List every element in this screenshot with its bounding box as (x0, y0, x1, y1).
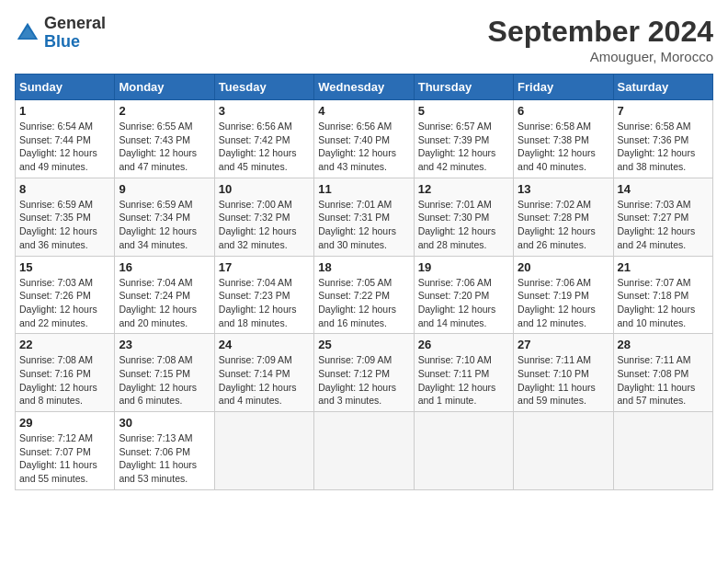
day-number: 10 (219, 182, 310, 196)
day-info: Sunrise: 6:55 AM Sunset: 7:43 PM Dayligh… (119, 120, 210, 174)
calendar-cell: 26Sunrise: 7:10 AM Sunset: 7:11 PM Dayli… (414, 334, 513, 412)
day-info: Sunrise: 7:03 AM Sunset: 7:26 PM Dayligh… (19, 276, 110, 330)
day-number: 23 (119, 338, 210, 351)
calendar-cell: 20Sunrise: 7:06 AM Sunset: 7:19 PM Dayli… (514, 256, 613, 334)
calendar-cell: 10Sunrise: 7:00 AM Sunset: 7:32 PM Dayli… (214, 178, 313, 256)
logo-icon (15, 20, 40, 46)
calendar-cell (514, 412, 613, 490)
logo-general: General (44, 14, 106, 32)
calendar-cell: 23Sunrise: 7:08 AM Sunset: 7:15 PM Dayli… (115, 334, 214, 412)
day-info: Sunrise: 7:08 AM Sunset: 7:16 PM Dayligh… (19, 353, 110, 408)
day-info: Sunrise: 6:56 AM Sunset: 7:42 PM Dayligh… (219, 120, 310, 174)
day-info: Sunrise: 7:04 AM Sunset: 7:23 PM Dayligh… (219, 276, 310, 330)
day-number: 6 (518, 104, 609, 118)
day-number: 7 (618, 104, 709, 118)
col-sunday: Sunday (16, 75, 115, 100)
calendar-cell: 12Sunrise: 7:01 AM Sunset: 7:30 PM Dayli… (414, 178, 513, 256)
calendar-week-row: 29Sunrise: 7:12 AM Sunset: 7:07 PM Dayli… (16, 412, 713, 490)
calendar-cell: 28Sunrise: 7:11 AM Sunset: 7:08 PM Dayli… (613, 334, 712, 412)
calendar-cell: 8Sunrise: 6:59 AM Sunset: 7:35 PM Daylig… (16, 178, 115, 256)
col-wednesday: Wednesday (314, 75, 414, 100)
day-info: Sunrise: 7:07 AM Sunset: 7:18 PM Dayligh… (618, 276, 709, 330)
day-info: Sunrise: 7:06 AM Sunset: 7:20 PM Dayligh… (418, 276, 509, 330)
day-info: Sunrise: 7:06 AM Sunset: 7:19 PM Dayligh… (518, 276, 609, 330)
day-info: Sunrise: 7:00 AM Sunset: 7:32 PM Dayligh… (219, 198, 310, 252)
day-number: 1 (19, 104, 110, 118)
calendar-cell: 16Sunrise: 7:04 AM Sunset: 7:24 PM Dayli… (115, 256, 214, 334)
logo-text: General Blue (44, 15, 106, 52)
day-number: 17 (219, 260, 310, 274)
calendar-cell: 6Sunrise: 6:58 AM Sunset: 7:38 PM Daylig… (514, 100, 613, 178)
col-saturday: Saturday (613, 75, 712, 100)
day-number: 9 (119, 182, 210, 196)
day-number: 25 (318, 338, 409, 351)
calendar-cell: 2Sunrise: 6:55 AM Sunset: 7:43 PM Daylig… (115, 100, 214, 178)
calendar-cell: 22Sunrise: 7:08 AM Sunset: 7:16 PM Dayli… (16, 334, 115, 412)
calendar-week-row: 22Sunrise: 7:08 AM Sunset: 7:16 PM Dayli… (16, 334, 713, 412)
logo: General Blue (15, 15, 106, 52)
day-number: 18 (318, 260, 409, 274)
day-info: Sunrise: 6:59 AM Sunset: 7:35 PM Dayligh… (19, 198, 110, 252)
day-info: Sunrise: 7:12 AM Sunset: 7:07 PM Dayligh… (19, 431, 110, 486)
day-info: Sunrise: 7:11 AM Sunset: 7:08 PM Dayligh… (618, 353, 709, 408)
day-number: 2 (119, 104, 210, 118)
calendar-cell: 17Sunrise: 7:04 AM Sunset: 7:23 PM Dayli… (214, 256, 313, 334)
calendar-cell: 25Sunrise: 7:09 AM Sunset: 7:12 PM Dayli… (314, 334, 414, 412)
day-info: Sunrise: 7:09 AM Sunset: 7:12 PM Dayligh… (318, 353, 409, 408)
calendar-cell (314, 412, 414, 490)
day-info: Sunrise: 7:02 AM Sunset: 7:28 PM Dayligh… (518, 198, 609, 252)
calendar-cell: 29Sunrise: 7:12 AM Sunset: 7:07 PM Dayli… (16, 412, 115, 490)
calendar-cell: 1Sunrise: 6:54 AM Sunset: 7:44 PM Daylig… (16, 100, 115, 178)
day-number: 3 (219, 104, 310, 118)
day-number: 29 (19, 416, 110, 430)
month-title: September 2024 (488, 15, 713, 49)
calendar-week-row: 8Sunrise: 6:59 AM Sunset: 7:35 PM Daylig… (16, 178, 713, 256)
day-info: Sunrise: 7:08 AM Sunset: 7:15 PM Dayligh… (119, 353, 210, 408)
day-info: Sunrise: 7:03 AM Sunset: 7:27 PM Dayligh… (618, 198, 709, 252)
title-block: September 2024 Amouguer, Morocco (488, 15, 713, 64)
col-friday: Friday (514, 75, 613, 100)
calendar-cell: 3Sunrise: 6:56 AM Sunset: 7:42 PM Daylig… (214, 100, 313, 178)
day-info: Sunrise: 6:56 AM Sunset: 7:40 PM Dayligh… (318, 120, 409, 174)
day-number: 30 (119, 416, 210, 430)
day-number: 26 (418, 338, 509, 351)
logo-blue: Blue (44, 32, 80, 51)
day-info: Sunrise: 7:01 AM Sunset: 7:30 PM Dayligh… (418, 198, 509, 252)
calendar-cell: 24Sunrise: 7:09 AM Sunset: 7:14 PM Dayli… (214, 334, 313, 412)
calendar-cell: 5Sunrise: 6:57 AM Sunset: 7:39 PM Daylig… (414, 100, 513, 178)
calendar-cell: 18Sunrise: 7:05 AM Sunset: 7:22 PM Dayli… (314, 256, 414, 334)
day-number: 8 (19, 182, 110, 196)
day-info: Sunrise: 6:58 AM Sunset: 7:36 PM Dayligh… (618, 120, 709, 174)
day-info: Sunrise: 7:10 AM Sunset: 7:11 PM Dayligh… (418, 353, 509, 408)
day-info: Sunrise: 7:09 AM Sunset: 7:14 PM Dayligh… (219, 353, 310, 408)
calendar-cell: 21Sunrise: 7:07 AM Sunset: 7:18 PM Dayli… (613, 256, 712, 334)
day-info: Sunrise: 7:11 AM Sunset: 7:10 PM Dayligh… (518, 353, 609, 408)
day-info: Sunrise: 7:13 AM Sunset: 7:06 PM Dayligh… (119, 431, 210, 486)
day-number: 16 (119, 260, 210, 274)
day-info: Sunrise: 6:54 AM Sunset: 7:44 PM Dayligh… (19, 120, 110, 174)
day-number: 19 (418, 260, 509, 274)
day-number: 15 (19, 260, 110, 274)
calendar-cell (414, 412, 513, 490)
page-header: General Blue September 2024 Amouguer, Mo… (15, 15, 713, 64)
day-number: 4 (318, 104, 409, 118)
col-thursday: Thursday (414, 75, 513, 100)
calendar-cell: 4Sunrise: 6:56 AM Sunset: 7:40 PM Daylig… (314, 100, 414, 178)
day-number: 22 (19, 338, 110, 351)
calendar-cell (613, 412, 712, 490)
day-number: 12 (418, 182, 509, 196)
day-info: Sunrise: 6:58 AM Sunset: 7:38 PM Dayligh… (518, 120, 609, 174)
calendar-week-row: 1Sunrise: 6:54 AM Sunset: 7:44 PM Daylig… (16, 100, 713, 178)
calendar-table: Sunday Monday Tuesday Wednesday Thursday… (15, 74, 713, 490)
day-number: 13 (518, 182, 609, 196)
day-number: 5 (418, 104, 509, 118)
col-monday: Monday (115, 75, 214, 100)
day-info: Sunrise: 7:05 AM Sunset: 7:22 PM Dayligh… (318, 276, 409, 330)
calendar-cell: 19Sunrise: 7:06 AM Sunset: 7:20 PM Dayli… (414, 256, 513, 334)
day-info: Sunrise: 7:04 AM Sunset: 7:24 PM Dayligh… (119, 276, 210, 330)
calendar-cell: 13Sunrise: 7:02 AM Sunset: 7:28 PM Dayli… (514, 178, 613, 256)
header-row: Sunday Monday Tuesday Wednesday Thursday… (16, 75, 713, 100)
day-number: 14 (618, 182, 709, 196)
day-number: 24 (219, 338, 310, 351)
calendar-cell: 30Sunrise: 7:13 AM Sunset: 7:06 PM Dayli… (115, 412, 214, 490)
